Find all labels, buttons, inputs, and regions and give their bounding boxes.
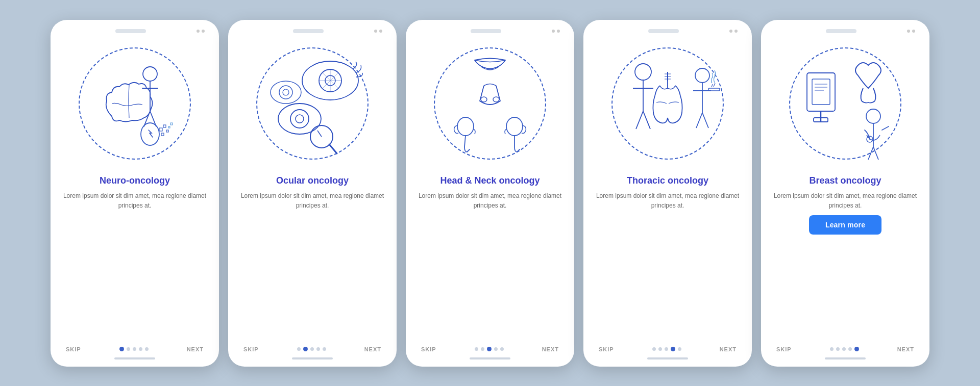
- phone-bottom-bar-4: [647, 357, 688, 359]
- phone-top-bar-3: [416, 29, 564, 33]
- svg-rect-5: [161, 133, 164, 136]
- svg-rect-7: [170, 123, 173, 125]
- card-nav-3: SKIP NEXT: [416, 342, 564, 352]
- phone-notch-4: [648, 29, 679, 33]
- svg-point-16: [290, 110, 309, 128]
- status-dot-2: [202, 30, 205, 33]
- card-description-3: Lorem ipsum dolor sit dim amet, mea regi…: [416, 191, 564, 210]
- illustration-thoracic: [601, 37, 734, 170]
- nav-next-5[interactable]: NEXT: [897, 346, 914, 352]
- svg-headneck: [424, 37, 556, 170]
- nav-dot-4-2: [658, 347, 662, 351]
- nav-dot-4-5: [678, 347, 681, 351]
- phone-notch-2: [293, 29, 324, 33]
- nav-skip-5[interactable]: SKIP: [776, 346, 792, 352]
- card-nav-5: SKIP NEXT: [771, 342, 919, 352]
- card-content-5: Breast oncology Lorem ipsum dolor sit di…: [771, 175, 919, 342]
- status-dot-3: [374, 30, 377, 33]
- nav-next-4[interactable]: NEXT: [720, 346, 737, 352]
- nav-dots-2: [297, 347, 326, 351]
- nav-dot-4-1: [652, 347, 656, 351]
- card-description-1: Lorem ipsum dolor sit dim amet, mea regi…: [61, 191, 209, 210]
- status-dot-4: [379, 30, 382, 33]
- phone-top-bar-1: [61, 29, 209, 33]
- status-dot-10: [912, 30, 915, 33]
- card-content-4: Thoracic oncology Lorem ipsum dolor sit …: [594, 175, 742, 342]
- status-dot-1: [197, 30, 200, 33]
- card-thoracic-oncology: Thoracic oncology Lorem ipsum dolor sit …: [583, 20, 752, 367]
- illustration-headneck: [424, 37, 556, 170]
- svg-rect-4: [166, 130, 168, 132]
- svg-point-17: [296, 115, 304, 123]
- status-right-3: [552, 30, 560, 33]
- card-content-1: Neuro-oncology Lorem ipsum dolor sit dim…: [61, 175, 209, 342]
- phone-top-bar-4: [594, 29, 742, 33]
- card-head-neck-oncology: Head & Neck oncology Lorem ipsum dolor s…: [406, 20, 574, 367]
- phone-notch-3: [471, 29, 501, 33]
- status-right-1: [197, 30, 205, 33]
- nav-dot-5-3: [842, 347, 846, 351]
- svg-point-0: [143, 67, 157, 81]
- nav-skip-2[interactable]: SKIP: [243, 346, 259, 352]
- nav-skip-3[interactable]: SKIP: [421, 346, 436, 352]
- nav-dot-2-4: [316, 347, 320, 351]
- svg-line-22: [329, 144, 337, 153]
- svg-point-26: [457, 117, 474, 136]
- card-title-5: Breast oncology: [809, 175, 881, 187]
- phone-notch-5: [826, 29, 856, 33]
- svg-point-40: [866, 109, 880, 123]
- status-dot-7: [729, 30, 732, 33]
- nav-next-2[interactable]: NEXT: [364, 346, 381, 352]
- nav-dot-2-1: [297, 347, 301, 351]
- nav-dot-3-5: [500, 347, 504, 351]
- card-ocular-oncology: Ocular oncology Lorem ipsum dolor sit di…: [228, 20, 397, 367]
- nav-dot-2-3: [310, 347, 314, 351]
- nav-dot-3-2: [481, 347, 484, 351]
- svg-point-19: [279, 86, 292, 99]
- svg-rect-30: [708, 88, 720, 91]
- nav-dot-5-2: [836, 347, 840, 351]
- status-dot-5: [552, 30, 555, 33]
- status-right-2: [374, 30, 382, 33]
- card-content-2: Ocular oncology Lorem ipsum dolor sit di…: [238, 175, 386, 342]
- nav-skip-4[interactable]: SKIP: [599, 346, 614, 352]
- card-breast-oncology: Breast oncology Lorem ipsum dolor sit di…: [761, 20, 929, 367]
- nav-next-1[interactable]: NEXT: [187, 346, 204, 352]
- nav-dot-2-2: [303, 347, 308, 351]
- learn-more-button[interactable]: Learn more: [809, 215, 881, 235]
- svg-rect-34: [812, 79, 830, 105]
- card-title-3: Head & Neck oncology: [440, 175, 540, 187]
- svg-line-32: [714, 83, 715, 87]
- cards-container: Neuro-oncology Lorem ipsum dolor sit dim…: [40, 10, 940, 377]
- svg-line-23: [317, 131, 322, 137]
- svg-line-31: [712, 84, 713, 87]
- illustration-neuro: [68, 37, 201, 170]
- card-title-1: Neuro-oncology: [100, 175, 170, 187]
- phone-top-bar-2: [238, 29, 386, 33]
- nav-dot-1-2: [127, 347, 130, 351]
- phone-bottom-bar-3: [470, 357, 510, 359]
- nav-dot-4-3: [665, 347, 668, 351]
- nav-dot-3-4: [494, 347, 498, 351]
- card-description-5: Lorem ipsum dolor sit dim amet, mea regi…: [771, 191, 919, 210]
- nav-dots-5: [830, 347, 859, 351]
- nav-skip-1[interactable]: SKIP: [66, 346, 81, 352]
- phone-bottom-bar-2: [292, 357, 333, 359]
- nav-dot-5-5: [854, 347, 859, 351]
- phone-bottom-bar-1: [114, 357, 155, 359]
- card-description-4: Lorem ipsum dolor sit dim amet, mea regi…: [594, 191, 742, 210]
- nav-dots-1: [119, 347, 149, 351]
- card-nav-1: SKIP NEXT: [61, 342, 209, 352]
- svg-rect-2: [159, 128, 162, 131]
- card-nav-4: SKIP NEXT: [594, 342, 742, 352]
- nav-dot-1-1: [119, 347, 124, 351]
- illustration-breast: [779, 37, 912, 170]
- nav-dot-3-1: [475, 347, 478, 351]
- svg-breast: [779, 37, 912, 170]
- svg-point-27: [506, 117, 523, 136]
- nav-dot-5-4: [848, 347, 852, 351]
- nav-next-3[interactable]: NEXT: [542, 346, 559, 352]
- card-nav-2: SKIP NEXT: [238, 342, 386, 352]
- svg-point-25: [493, 97, 499, 102]
- svg-point-18: [271, 81, 301, 104]
